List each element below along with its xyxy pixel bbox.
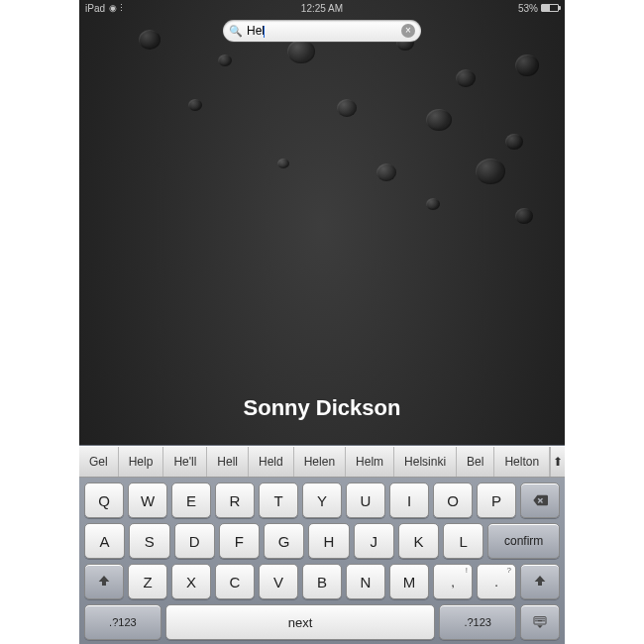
decor-water-drop <box>426 109 452 131</box>
key-e[interactable]: E <box>171 483 211 518</box>
battery-icon <box>541 4 559 12</box>
key-period[interactable]: ?. <box>477 564 516 599</box>
suggestion-item[interactable]: Helen <box>294 447 346 477</box>
svg-rect-7 <box>537 620 542 621</box>
decor-water-drop <box>505 134 523 150</box>
decor-water-drop <box>426 198 440 210</box>
key-q[interactable]: Q <box>84 483 124 518</box>
ipad-spotlight-screen: iPad ◉⋮ 12:25 AM 53% 🔍 Hel × Sonny Dicks… <box>79 0 565 644</box>
key-x[interactable]: X <box>171 564 211 599</box>
key-a[interactable]: A <box>84 523 125 559</box>
suggestion-scroll-up-icon[interactable]: ⬆ <box>550 447 565 477</box>
battery-percent: 53% <box>518 3 538 14</box>
hide-keyboard-key[interactable] <box>520 604 560 640</box>
key-s[interactable]: S <box>129 523 169 559</box>
key-t[interactable]: T <box>259 483 298 518</box>
suggestion-item[interactable]: Helm <box>346 447 394 477</box>
onscreen-keyboard: Gel Help He'll Hell Held Helen Helm Hels… <box>79 445 565 644</box>
key-m[interactable]: M <box>389 564 429 599</box>
svg-rect-5 <box>543 618 544 619</box>
decor-water-drop <box>218 54 232 66</box>
key-o[interactable]: O <box>433 483 473 518</box>
suggestion-item[interactable]: He'll <box>163 447 207 477</box>
key-row-3: Z X C V B N M !, ?. <box>79 564 565 599</box>
key-d[interactable]: D <box>174 523 215 559</box>
key-l[interactable]: L <box>443 523 483 559</box>
suggestion-item[interactable]: Hell <box>207 447 249 477</box>
shift-icon <box>532 574 548 590</box>
suggestion-item[interactable]: Helton <box>494 447 550 477</box>
decor-water-drop <box>515 54 539 76</box>
decor-water-drop <box>456 69 476 87</box>
clear-search-button[interactable]: × <box>401 24 415 38</box>
svg-rect-6 <box>535 620 536 621</box>
search-value: Hel <box>247 24 401 38</box>
decor-water-drop <box>287 40 315 63</box>
status-time: 12:25 AM <box>301 3 343 14</box>
key-row-1: Q W E R T Y U I O P <box>79 483 565 518</box>
key-k[interactable]: K <box>398 523 439 559</box>
decor-water-drop <box>337 99 357 117</box>
shift-icon <box>96 574 112 590</box>
carrier-label: iPad <box>85 3 105 14</box>
suggestion-bar: Gel Help He'll Hell Held Helen Helm Hels… <box>79 446 565 478</box>
decor-water-drop <box>376 163 396 181</box>
key-n[interactable]: N <box>346 564 385 599</box>
number-switch-key[interactable]: .?123 <box>84 604 161 640</box>
key-j[interactable]: J <box>354 523 394 559</box>
svg-rect-4 <box>541 618 542 619</box>
key-p[interactable]: P <box>477 483 516 518</box>
search-icon: 🔍 <box>229 25 243 38</box>
key-u[interactable]: U <box>346 483 385 518</box>
svg-rect-3 <box>539 618 540 619</box>
shift-key-right[interactable] <box>520 564 560 599</box>
backspace-key[interactable] <box>520 483 560 518</box>
decor-water-drop <box>188 99 202 111</box>
decor-water-drop <box>515 208 533 224</box>
key-row-2: A S D F G H J K L confirm <box>79 523 565 559</box>
key-h[interactable]: H <box>308 523 349 559</box>
decor-water-drop <box>139 30 161 50</box>
confirm-key[interactable]: confirm <box>487 523 560 559</box>
svg-rect-2 <box>537 618 538 619</box>
space-key[interactable]: next <box>165 604 436 640</box>
suggestion-item[interactable]: Help <box>119 447 164 477</box>
key-g[interactable]: G <box>264 523 304 559</box>
key-z[interactable]: Z <box>128 564 167 599</box>
decor-water-drop <box>476 159 505 184</box>
watermark-text: Sonny Dickson <box>79 395 565 421</box>
suggestion-item[interactable]: Gel <box>79 447 119 477</box>
key-v[interactable]: V <box>259 564 298 599</box>
svg-rect-8 <box>543 620 544 621</box>
key-b[interactable]: B <box>302 564 342 599</box>
suggestion-item[interactable]: Helsinki <box>394 447 457 477</box>
spotlight-search-field[interactable]: 🔍 Hel × <box>223 20 421 42</box>
number-switch-key-right[interactable]: .?123 <box>439 604 516 640</box>
key-r[interactable]: R <box>215 483 255 518</box>
decor-water-drop <box>277 159 289 168</box>
key-i[interactable]: I <box>389 483 429 518</box>
shift-key[interactable] <box>84 564 124 599</box>
key-comma[interactable]: !, <box>433 564 473 599</box>
backspace-icon <box>532 492 548 508</box>
key-y[interactable]: Y <box>302 483 342 518</box>
key-f[interactable]: F <box>219 523 260 559</box>
suggestion-item[interactable]: Held <box>249 447 294 477</box>
status-bar: iPad ◉⋮ 12:25 AM 53% <box>79 0 565 16</box>
wifi-icon: ◉⋮ <box>109 3 126 13</box>
key-row-4: .?123 next .?123 <box>79 604 565 640</box>
suggestion-item[interactable]: Bel <box>457 447 494 477</box>
key-w[interactable]: W <box>128 483 167 518</box>
hide-keyboard-icon <box>532 614 548 630</box>
svg-rect-1 <box>535 618 536 619</box>
key-c[interactable]: C <box>215 564 255 599</box>
